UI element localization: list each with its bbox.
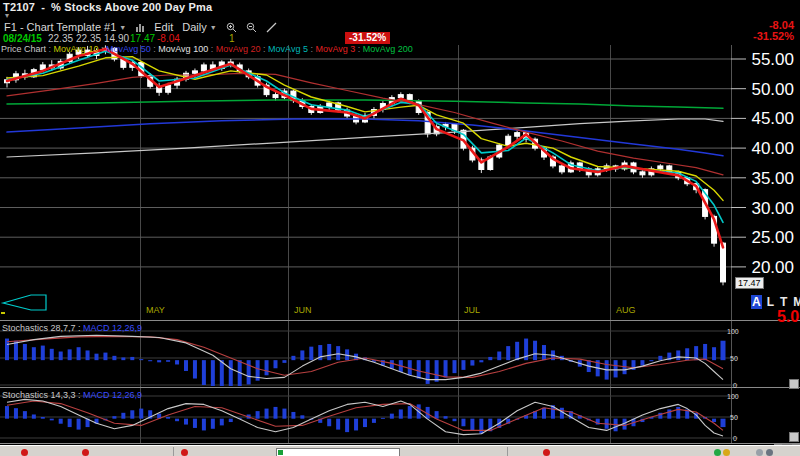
period-selector[interactable]: Daily ▼: [182, 21, 216, 33]
taskbar-red-icon[interactable]: [181, 449, 188, 456]
macd-histogram-bar: [479, 419, 483, 434]
macd-histogram-bar: [184, 419, 188, 425]
month-label: JUL: [464, 305, 480, 315]
macd-histogram-bar: [426, 360, 430, 384]
chevron-down-icon[interactable]: ▾: [5, 11, 9, 20]
range-button-a0[interactable]: A: [751, 295, 762, 309]
macd-histogram-bar: [721, 419, 726, 427]
macd-histogram-bar: [14, 408, 18, 419]
macd-histogram-bar: [381, 418, 385, 419]
legend-item[interactable]: MovAvg 100: [158, 44, 208, 54]
macd-histogram-bar: [229, 419, 233, 422]
macd-histogram-bar: [676, 350, 680, 360]
macd-histogram-bar: [461, 360, 465, 370]
macd-histogram-bar: [390, 414, 394, 419]
macd-histogram-bar: [32, 347, 36, 360]
macd-histogram-bar: [372, 419, 376, 423]
trendline-tool-icon[interactable]: [266, 22, 277, 33]
axis-bottom-value: 5.00: [777, 308, 800, 326]
quote-change: -8.04: [157, 33, 180, 44]
taskbar-divider: [507, 447, 508, 456]
panel-axis-label: 50: [730, 355, 738, 362]
macd-histogram-bar: [68, 349, 72, 360]
quote-close: 17.47: [130, 33, 155, 44]
macd-histogram-bar: [202, 360, 206, 385]
candle-body: [166, 85, 171, 92]
candle-body: [559, 166, 564, 172]
legend-item[interactable]: MovAvg 200: [363, 44, 413, 54]
taskbar: [0, 445, 800, 456]
macd-histogram-bar: [435, 411, 439, 419]
candle-body: [273, 95, 278, 98]
macd-histogram-bar: [658, 356, 662, 360]
macd-histogram-bar: [408, 406, 412, 419]
price-axis-label: 50.00: [694, 80, 794, 100]
macd-histogram-bar: [211, 419, 215, 429]
zoom-out-icon[interactable]: [246, 22, 257, 33]
taskbar-search-input[interactable]: [276, 448, 400, 456]
taskbar-red-icon[interactable]: [21, 449, 28, 456]
edit-button[interactable]: Edit: [154, 21, 173, 33]
month-label: JUN: [294, 305, 312, 315]
panel1-options-button[interactable]: [789, 379, 799, 389]
macd-histogram-bar: [667, 409, 671, 418]
taskbar-red-icon[interactable]: [543, 449, 550, 456]
legend-item[interactable]: Price Chart: [1, 44, 46, 54]
panel-axis-label: 100: [727, 393, 739, 400]
price-axis-label: 30.00: [694, 199, 794, 219]
range-button-l1[interactable]: L: [766, 295, 775, 309]
panel2-options-button[interactable]: [789, 432, 799, 442]
macd-histogram-bar: [157, 360, 161, 362]
macd-histogram-bar: [453, 360, 457, 373]
macd-histogram-bar: [130, 357, 134, 360]
macd-histogram-bar: [112, 416, 116, 419]
macd-histogram-bar: [497, 352, 501, 361]
macd-histogram-bar: [309, 347, 313, 361]
macd-histogram-bar: [291, 412, 295, 419]
legend-item[interactable]: MovAvg 50: [106, 44, 151, 54]
macd-histogram-bar: [139, 409, 143, 419]
candle-body: [506, 136, 511, 145]
month-label: AUG: [616, 305, 636, 315]
tray-icon[interactable]: [756, 449, 763, 456]
panel2-overlay-name: MACD 12,26,9: [83, 390, 142, 400]
month-label: MAY: [146, 305, 165, 315]
macd-histogram-bar: [363, 419, 367, 427]
macd-histogram-bar: [220, 360, 224, 388]
template-selector[interactable]: F1 - Chart Template #1 ▼: [4, 21, 126, 33]
panel1-label: Stochastics 28,7,7 : MACD 12,26,9: [2, 323, 142, 333]
legend-separator: :: [355, 44, 363, 54]
legend-item[interactable]: MovAvg 5: [268, 44, 308, 54]
macd-histogram-bar: [470, 419, 474, 431]
chart-title: % Stocks Above 200 Day Pma: [51, 1, 212, 13]
zoom-in-icon[interactable]: [226, 22, 237, 33]
panel2-indicator-name: Stochastics 14,3,3: [2, 390, 76, 400]
bar-chart-icon[interactable]: [135, 22, 145, 32]
candle-body: [327, 103, 332, 107]
macd-histogram-bar: [712, 419, 716, 422]
macd-histogram-bar: [265, 360, 269, 375]
price-chart-canvas[interactable]: [0, 0, 800, 456]
macd-histogram-bar: [112, 356, 116, 360]
note-pointer-icon[interactable]: [3, 295, 46, 310]
legend-item[interactable]: MovAvg 10: [54, 44, 99, 54]
quote-flag: 1: [229, 33, 235, 44]
quote-high: 22.35: [76, 33, 101, 44]
range-button-m3[interactable]: M: [792, 295, 800, 309]
candle-body: [658, 166, 663, 169]
legend-item[interactable]: MovAvg 3: [315, 44, 355, 54]
macd-histogram-bar: [68, 419, 72, 427]
tray-icon[interactable]: [723, 449, 730, 456]
tray-icon[interactable]: [766, 449, 773, 456]
zoom-range-buttons: ALTML: [751, 295, 800, 309]
macd-histogram-bar: [86, 350, 90, 360]
taskbar-red-icon[interactable]: [82, 449, 89, 456]
macd-histogram-bar: [560, 408, 564, 419]
legend-item[interactable]: MovAvg 20: [216, 44, 261, 54]
range-button-t2[interactable]: T: [779, 295, 788, 309]
macd-histogram-bar: [399, 409, 403, 418]
tray-icon[interactable]: [714, 449, 721, 456]
period-selector-label: Daily: [182, 21, 206, 33]
legend-separator: :: [46, 44, 54, 54]
candle-body: [515, 133, 520, 137]
